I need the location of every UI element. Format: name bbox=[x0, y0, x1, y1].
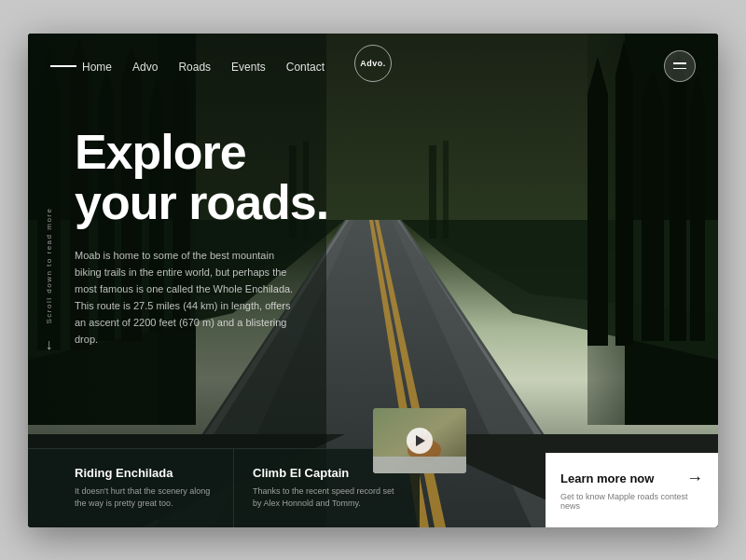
bottom-card-1-text: It doesn't hurt that the scenery along t… bbox=[75, 485, 211, 511]
navigation: Home Advo Roads Events Contact Advo. bbox=[28, 34, 718, 99]
bottom-card-1: Riding Enchilada It doesn't hurt that th… bbox=[28, 448, 233, 527]
nav-advo[interactable]: Advo bbox=[132, 61, 158, 74]
learn-more-title: Learn more now bbox=[560, 471, 654, 485]
nav-contact[interactable]: Contact bbox=[286, 61, 325, 74]
svg-rect-33 bbox=[642, 103, 664, 341]
learn-more-card[interactable]: Learn more now → Get to know Mapple road… bbox=[546, 453, 718, 527]
play-icon bbox=[416, 435, 425, 446]
svg-rect-43 bbox=[429, 145, 436, 239]
svg-rect-35 bbox=[690, 108, 705, 341]
page-wrapper: Home Advo Roads Events Contact Advo. Scr… bbox=[28, 34, 718, 527]
scroll-arrow-icon: ↓ bbox=[46, 336, 53, 353]
hero-content: Explore your roads. Moab is home to some… bbox=[75, 127, 328, 348]
nav-menu: Home Advo Roads Events Contact bbox=[82, 58, 325, 75]
bottom-card-1-title: Riding Enchilada bbox=[75, 466, 211, 480]
scroll-indicator: Scroll down to read more ↓ bbox=[45, 207, 53, 353]
nav-center-badge[interactable]: Advo. bbox=[354, 45, 392, 82]
video-thumbnail[interactable] bbox=[373, 408, 466, 473]
hero-title: Explore your roads. bbox=[75, 127, 328, 228]
learn-more-top: Learn more now → bbox=[560, 469, 703, 488]
scroll-text: Scroll down to read more bbox=[45, 207, 53, 323]
nav-home[interactable]: Home bbox=[82, 61, 112, 74]
hamburger-button[interactable] bbox=[664, 50, 696, 82]
learn-more-arrow-icon: → bbox=[686, 469, 703, 488]
svg-rect-32 bbox=[615, 75, 633, 346]
hamburger-line-2 bbox=[673, 68, 686, 70]
nav-roads[interactable]: Roads bbox=[178, 61, 211, 74]
svg-rect-44 bbox=[443, 141, 449, 239]
hamburger-line-1 bbox=[673, 62, 686, 64]
video-play-button[interactable] bbox=[373, 408, 466, 473]
svg-rect-34 bbox=[670, 85, 686, 341]
nav-events[interactable]: Events bbox=[231, 61, 266, 74]
bottom-card-2-text: Thanks to the recent speed record set by… bbox=[253, 485, 401, 511]
learn-more-subtitle: Get to know Mapple roads contest news bbox=[560, 492, 703, 511]
play-circle bbox=[407, 428, 433, 454]
hero-description: Moab is home to some of the best mountai… bbox=[75, 247, 298, 348]
nav-logo-line bbox=[50, 65, 76, 67]
svg-rect-31 bbox=[587, 94, 608, 346]
